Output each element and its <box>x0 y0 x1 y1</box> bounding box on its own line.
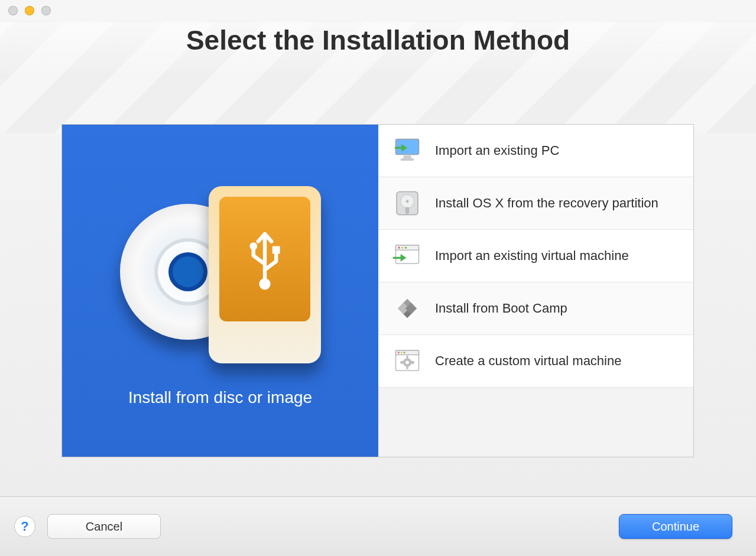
method-option-label: Create a custom virtual machine <box>435 353 682 369</box>
svg-rect-29 <box>406 356 408 359</box>
svg-rect-5 <box>404 155 411 158</box>
svg-point-25 <box>401 352 403 353</box>
svg-point-3 <box>259 278 270 290</box>
svg-rect-11 <box>405 207 410 214</box>
footer-bar: ? Cancel Continue <box>0 496 756 556</box>
help-button[interactable]: ? <box>14 516 35 537</box>
svg-point-26 <box>404 352 405 353</box>
window-titlebar <box>0 0 756 21</box>
svg-point-16 <box>405 247 407 249</box>
svg-rect-2 <box>272 246 280 253</box>
svg-point-14 <box>398 247 400 249</box>
disc-and-usb-drive-icon <box>114 180 327 369</box>
method-option-import-vm[interactable]: Import an existing virtual machine <box>378 230 693 282</box>
selected-method-label: Install from disc or image <box>128 388 312 407</box>
svg-point-24 <box>398 352 400 353</box>
usb-icon <box>241 224 288 295</box>
selected-method-panel[interactable]: Install from disc or image <box>62 125 378 457</box>
svg-point-10 <box>406 200 409 203</box>
gear-window-icon <box>390 344 424 378</box>
method-option-bootcamp[interactable]: Install from Boot Camp <box>378 282 693 335</box>
method-option-recovery-partition[interactable]: Install OS X from the recovery partition <box>378 177 693 230</box>
method-option-label: Import an existing virtual machine <box>435 248 682 264</box>
hard-disk-icon <box>390 186 424 220</box>
window-close-button[interactable] <box>8 6 18 15</box>
continue-button[interactable]: Continue <box>619 514 732 539</box>
bootcamp-diamonds-icon <box>390 291 424 326</box>
svg-point-28 <box>405 361 409 365</box>
method-option-custom-vm[interactable]: Create a custom virtual machine <box>378 335 693 388</box>
svg-rect-30 <box>406 366 408 369</box>
cancel-button[interactable]: Cancel <box>47 514 161 539</box>
method-option-label: Import an existing PC <box>435 142 682 159</box>
monitor-import-icon <box>390 134 424 168</box>
window-import-icon <box>390 239 424 273</box>
svg-point-1 <box>249 242 257 250</box>
method-option-label: Install from Boot Camp <box>435 300 682 317</box>
method-option-import-pc[interactable]: Import an existing PC <box>378 125 693 177</box>
svg-rect-6 <box>401 158 414 161</box>
svg-point-15 <box>401 247 403 249</box>
window-minimize-button[interactable] <box>25 6 34 15</box>
installation-method-card: Install from disc or image Import an exi… <box>61 124 694 457</box>
page-title: Select the Installation Method <box>0 24 756 56</box>
header-strip: Select the Installation Method <box>0 21 756 133</box>
window-zoom-button[interactable] <box>41 6 51 15</box>
method-list-spacer <box>378 388 693 457</box>
method-option-label: Install OS X from the recovery partition <box>435 195 682 212</box>
method-list: Import an existing PC Install OS X from … <box>378 125 693 457</box>
